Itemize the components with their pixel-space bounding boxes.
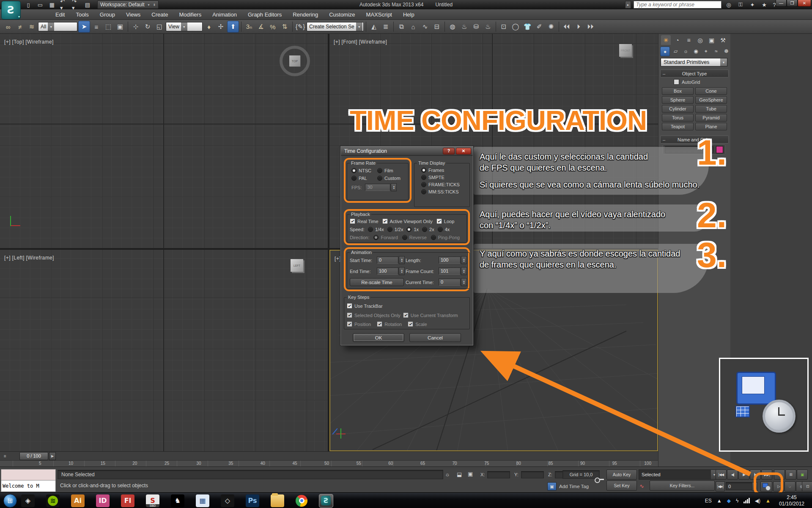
key-filters-button[interactable]: Key Filters... xyxy=(650,480,715,491)
render-setup-icon[interactable]: ♨ xyxy=(459,21,470,32)
google-drive-icon[interactable]: ▲ xyxy=(765,498,771,504)
checkbox-rotation[interactable]: Rotation xyxy=(377,321,402,327)
taskbar-knight-app[interactable]: ♞ xyxy=(171,494,184,507)
angle-snap-icon[interactable]: ∡ xyxy=(255,21,266,32)
use-pivot-point-icon[interactable]: ♦ xyxy=(203,21,214,32)
reference-coordinate-dropdown[interactable]: View▾ xyxy=(166,22,203,31)
next-frame-arrow-icon[interactable]: ▶ xyxy=(49,452,56,460)
primitive-button-1[interactable]: Cone xyxy=(695,87,727,95)
primitive-button-0[interactable]: Box xyxy=(662,87,694,95)
keyboard-shortcut-override-icon[interactable]: ⬆ xyxy=(227,21,239,33)
previous-frame-button[interactable]: ◀| xyxy=(727,469,738,480)
add-time-tag[interactable]: Add Time Tag xyxy=(559,484,589,489)
viewcube-top[interactable]: TOP xyxy=(280,46,310,76)
eraser-icon[interactable]: ✐ xyxy=(534,21,545,32)
volume-speaker-icon[interactable]: ◀) xyxy=(755,498,760,504)
render-production-icon[interactable]: ♨ xyxy=(483,21,494,32)
zoom-extents-icon[interactable]: ▣ xyxy=(797,469,808,480)
rescale-time-button[interactable]: Re-scale Time xyxy=(350,278,404,286)
radio-custom[interactable]: Custom xyxy=(377,176,401,181)
search-expand-icon[interactable]: ▸ xyxy=(625,1,631,8)
maximize-button[interactable]: ❐ xyxy=(787,0,798,7)
absolute-mode-icon[interactable]: ▣ xyxy=(468,471,473,477)
x-coordinate-field[interactable] xyxy=(487,471,510,478)
unlink-selection-icon[interactable]: ≠ xyxy=(14,21,25,32)
checkbox-scale[interactable]: Scale xyxy=(408,321,427,327)
taskbar-explorer[interactable] xyxy=(271,494,284,507)
search-binoculars-icon[interactable]: ◎ xyxy=(724,1,733,8)
taskbar-flash[interactable]: Fl xyxy=(121,494,134,507)
fps-spinner[interactable]: 30 ▲▼ xyxy=(365,183,397,191)
radio-speed-quarter[interactable]: 1/4x xyxy=(368,227,384,232)
graphite-ribbon-icon[interactable]: ⌂ xyxy=(408,21,419,32)
tab-modify-icon[interactable]: ◔ xyxy=(672,35,682,45)
cancel-button[interactable]: Cancel xyxy=(409,333,461,342)
trackbar-toggle-icon[interactable]: ≡ xyxy=(2,453,8,459)
menu-6[interactable]: Animation xyxy=(207,9,242,20)
edit-named-selection-sets-icon[interactable]: {✎} xyxy=(295,21,306,32)
y-coordinate-field[interactable] xyxy=(521,471,544,478)
tab-motion-icon[interactable]: ◎ xyxy=(695,35,705,45)
viewport-persp-label[interactable]: [+] xyxy=(335,256,341,262)
window-crossing-icon[interactable]: ▣ xyxy=(115,21,126,32)
select-and-link-icon[interactable]: ∞ xyxy=(3,21,14,32)
align-icon[interactable]: ≣ xyxy=(380,21,391,32)
rendered-frame-window-icon[interactable]: ⛁ xyxy=(471,21,482,32)
save-file-icon[interactable]: ▦ xyxy=(48,1,56,8)
checkbox-real-time[interactable]: Real Time xyxy=(350,218,379,224)
autogrid-checkbox[interactable]: AutoGrid xyxy=(674,79,700,85)
spinner-snap-icon[interactable]: ⇅ xyxy=(279,21,290,32)
frame-count-spinner[interactable]: 101▲▼ xyxy=(439,267,467,275)
current-time-spinner[interactable]: 0▲▼ xyxy=(439,278,467,286)
selection-lock-icon[interactable]: ⬓ xyxy=(457,471,462,478)
category-cameras-icon[interactable]: ◉ xyxy=(691,47,700,55)
material-editor-icon[interactable]: ◍ xyxy=(447,21,458,32)
menu-2[interactable]: Group xyxy=(94,9,121,20)
track-play-icon[interactable]: ⏵ xyxy=(573,21,584,32)
viewport-left-label[interactable]: [+] [Left] [Wireframe] xyxy=(4,255,54,261)
cat-rig-icon[interactable]: ✺ xyxy=(546,21,557,32)
taskbar-spotify[interactable]: ≋ xyxy=(46,494,60,507)
radio-speed-2x[interactable]: 2x xyxy=(422,227,434,232)
maxscript-mini-listener[interactable]: Welcome to M xyxy=(1,469,56,492)
primitive-button-5[interactable]: Tube xyxy=(695,105,727,113)
add-time-tag-cube-icon[interactable]: ▣ xyxy=(547,482,557,491)
show-hidden-icons-arrow[interactable]: ▲ xyxy=(717,498,722,504)
current-frame-field[interactable]: 0 xyxy=(726,482,753,490)
dialog-help-button[interactable]: ? xyxy=(443,148,455,155)
language-indicator[interactable]: ES xyxy=(705,498,712,504)
end-time-spinner[interactable]: 100▲▼ xyxy=(377,267,405,275)
category-lights-icon[interactable]: ☼ xyxy=(681,47,690,55)
layer-manager-icon[interactable]: ⧉ xyxy=(396,21,407,32)
radio-ntsc[interactable]: NTSC xyxy=(351,168,371,173)
bind-to-space-warp-icon[interactable]: ≋ xyxy=(26,21,37,32)
category-helpers-icon[interactable]: ⌖ xyxy=(702,47,710,55)
category-systems-icon[interactable]: ☸ xyxy=(722,47,731,55)
radio-direction-forward[interactable]: Forward xyxy=(373,235,398,240)
app-menu-button[interactable]: Ƨ ▾ xyxy=(1,1,21,19)
tab-utilities-icon[interactable]: ⚒ xyxy=(718,35,728,45)
default-in-out-tangent-icon[interactable]: ∿ xyxy=(639,483,644,489)
clock[interactable]: 2:45 01/10/2012 xyxy=(776,494,808,507)
checkbox-position[interactable]: Position xyxy=(347,321,371,327)
checkbox-use-current-transform[interactable]: Use Current Transform xyxy=(403,312,458,318)
track-bar-ruler[interactable]: 5101520253035404550556065707580859095100 xyxy=(0,460,658,467)
radio-frames[interactable]: Frames xyxy=(421,168,467,173)
rectangular-selection-region-icon[interactable]: ⬚ xyxy=(103,21,114,32)
tab-hierarchy-icon[interactable]: ≡ xyxy=(684,35,694,45)
viewport-top-label[interactable]: [+] [Top] [Wireframe] xyxy=(4,39,54,45)
subscription-key-icon[interactable]: ⚿ xyxy=(736,1,745,8)
tab-display-icon[interactable]: ▣ xyxy=(707,35,716,45)
viewport-top[interactable]: [+] [Top] [Wireframe] TOP xyxy=(0,34,328,248)
set-key-button[interactable]: Set Key xyxy=(606,480,637,491)
primitive-button-6[interactable]: Torus xyxy=(662,114,694,121)
dropbox-icon[interactable]: ◆ xyxy=(727,498,731,504)
radio-speed-half[interactable]: 1/2x xyxy=(387,227,403,232)
primitive-button-3[interactable]: GeoSphere xyxy=(695,96,727,104)
taskbar-illustrator[interactable]: Ai xyxy=(71,494,85,507)
viewport-left[interactable]: [+] [Left] [Wireframe] LEFT xyxy=(0,250,328,451)
select-object-icon[interactable]: ➤ xyxy=(78,21,90,33)
schematic-view-icon[interactable]: ⊟ xyxy=(431,21,442,32)
primitive-button-8[interactable]: Teapot xyxy=(662,123,694,130)
checkbox-active-viewport-only[interactable]: Active Viewport Only xyxy=(382,218,433,224)
